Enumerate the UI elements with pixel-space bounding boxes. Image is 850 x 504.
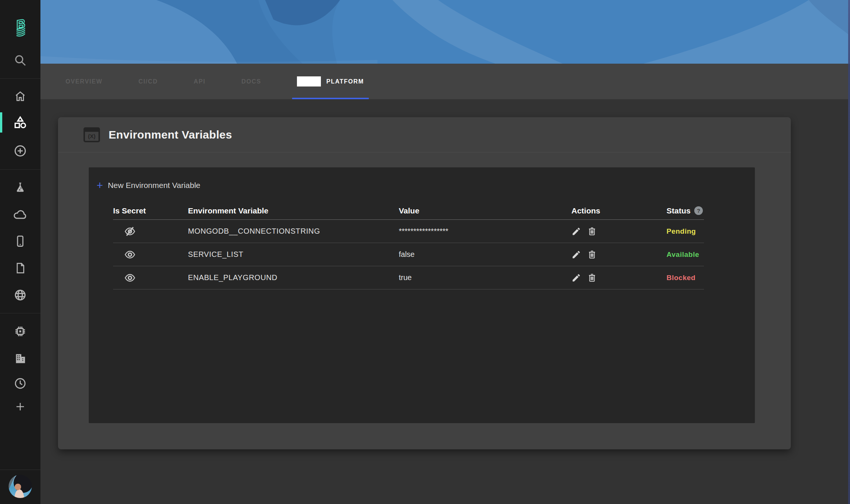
column-header-status: Status ? (667, 206, 704, 215)
env-value: true (399, 273, 571, 282)
sidebar-item-documents[interactable] (0, 262, 40, 274)
edit-pencil-icon[interactable] (571, 227, 581, 236)
plus-icon: + (97, 181, 103, 189)
column-header-is-secret: Is Secret (113, 206, 188, 215)
redacted-logo-box (297, 76, 321, 86)
nav-tab-label: DOCS (242, 78, 261, 85)
card-header: (X) Environment Variables (58, 117, 791, 152)
new-environment-variable-button[interactable]: + New Environment Variable (97, 181, 200, 190)
top-nav: OVERVIEW CI/CD API DOCS PLATFORM (40, 64, 850, 99)
scrollbar[interactable] (848, 0, 850, 504)
eye-icon[interactable] (124, 272, 136, 283)
sidebar-item-plus[interactable] (0, 401, 40, 412)
user-avatar[interactable] (9, 475, 32, 498)
nav-tab[interactable]: CI/CD (139, 64, 158, 99)
environment-variables-card: (X) Environment Variables + New Environm… (58, 117, 791, 449)
actions-cell (571, 273, 667, 283)
sidebar-item-globe[interactable] (0, 289, 40, 301)
eye-off-icon[interactable] (124, 226, 136, 237)
actions-cell (571, 227, 667, 236)
table-row: MONGODB__CONNECTIONSTRING **************… (113, 220, 704, 243)
is-secret-cell (113, 226, 188, 237)
sidebar-item-compute[interactable] (0, 325, 40, 338)
column-header-value: Value (399, 206, 571, 215)
env-name: SERVICE_LIST (188, 250, 399, 259)
nav-tab[interactable]: API (194, 64, 205, 99)
status-badge: Available (667, 251, 704, 259)
edit-pencil-icon[interactable] (571, 273, 581, 283)
sidebar-item-add[interactable] (0, 144, 40, 158)
nav-tab-label: CI/CD (139, 78, 158, 85)
nav-tabs: OVERVIEW CI/CD API DOCS PLATFORM (66, 64, 364, 99)
sidebar-item-history[interactable] (0, 377, 40, 390)
is-secret-cell (113, 249, 188, 260)
env-value: ***************** (399, 227, 571, 236)
table-row: ENABLE_PLAYGROUND true Blocked (113, 266, 704, 289)
nav-tab-label: API (194, 78, 205, 85)
table-body: MONGODB__CONNECTIONSTRING **************… (113, 220, 704, 289)
env-name: ENABLE_PLAYGROUND (188, 273, 399, 282)
table-row: SERVICE_LIST false Available (113, 243, 704, 266)
page-title: Environment Variables (109, 128, 232, 141)
status-badge: Blocked (667, 274, 704, 282)
status-header-label: Status (667, 206, 690, 215)
sidebar-divider (0, 169, 40, 170)
edit-pencil-icon[interactable] (571, 250, 581, 259)
nav-tab[interactable]: DOCS (242, 64, 261, 99)
actions-cell (571, 250, 667, 259)
eye-icon[interactable] (124, 249, 136, 260)
sidebar (0, 0, 40, 504)
new-variable-label: New Environment Variable (108, 181, 200, 190)
sidebar-divider (0, 313, 40, 313)
column-header-actions: Actions (571, 206, 667, 215)
active-tab-underline (292, 98, 369, 99)
delete-trash-icon[interactable] (587, 273, 597, 283)
sidebar-item-organization[interactable] (0, 352, 40, 365)
is-secret-cell (113, 272, 188, 283)
main-content: (X) Environment Variables + New Environm… (40, 99, 850, 504)
nav-tab-label: PLATFORM (326, 78, 364, 85)
hero-banner (40, 0, 850, 64)
banner-waves-art (40, 0, 850, 64)
help-icon[interactable]: ? (694, 206, 703, 215)
nav-tab-label: OVERVIEW (66, 78, 103, 85)
search-icon[interactable] (0, 54, 40, 67)
sidebar-item-home[interactable] (0, 90, 40, 102)
svg-text:(X): (X) (88, 133, 95, 139)
sidebar-divider (0, 78, 40, 79)
sidebar-item-shapes[interactable] (0, 116, 40, 129)
delete-trash-icon[interactable] (587, 250, 597, 259)
nav-tab[interactable]: PLATFORM (297, 64, 364, 99)
env-name: MONGODB__CONNECTIONSTRING (188, 227, 399, 236)
variables-panel: + New Environment Variable Is Secret Env… (89, 167, 755, 423)
table-header-row: Is Secret Environment Variable Value Act… (113, 202, 704, 220)
app-logo[interactable] (0, 18, 40, 37)
sidebar-item-experiments[interactable] (0, 182, 40, 194)
column-header-variable: Environment Variable (188, 206, 399, 215)
sidebar-item-cloud[interactable] (0, 209, 40, 220)
nav-tab[interactable]: OVERVIEW (66, 64, 103, 99)
env-value: false (399, 250, 571, 259)
environment-variables-table: Is Secret Environment Variable Value Act… (113, 202, 704, 289)
delete-trash-icon[interactable] (587, 227, 597, 236)
sidebar-item-mobile[interactable] (0, 235, 40, 248)
sidebar-divider (0, 470, 40, 470)
status-badge: Pending (667, 227, 704, 236)
variables-window-icon: (X) (83, 126, 100, 143)
